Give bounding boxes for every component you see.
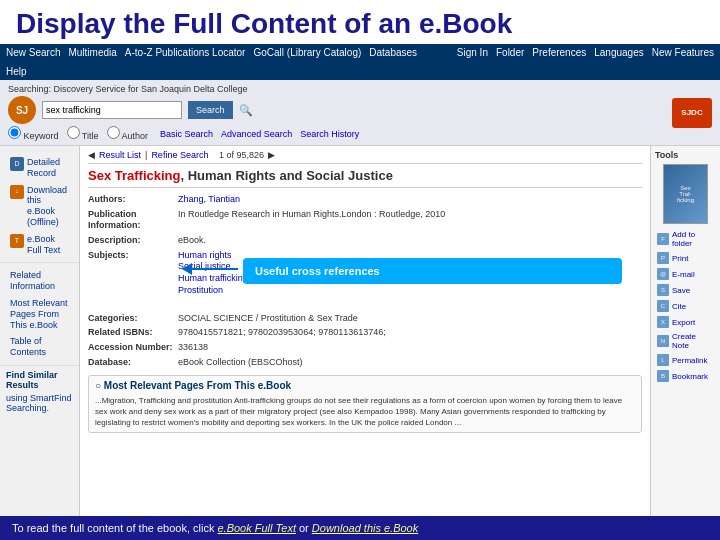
nav-atoz[interactable]: A-to-Z Publications Locator <box>125 47 246 58</box>
field-accession: Accession Number: 336138 <box>88 342 642 354</box>
nav-databases[interactable]: Databases <box>369 47 417 58</box>
tool-print[interactable]: P Print <box>655 250 716 266</box>
sidebar-item-download[interactable]: ↓ Download this e.Book (Offline) <box>6 182 73 231</box>
related-value: 9780415571821; 9780203953064; 9780113613… <box>178 327 642 339</box>
tool-email[interactable]: @ E-mail <box>655 266 716 282</box>
keyword-option[interactable]: Keyword <box>8 126 59 141</box>
description-label: Description: <box>88 235 178 247</box>
tool-add-folder[interactable]: F Add to folder <box>655 228 716 250</box>
nav-preferences[interactable]: Preferences <box>532 47 586 58</box>
find-title: Find Similar Results <box>6 370 73 390</box>
nav-multimedia[interactable]: Multimedia <box>68 47 116 58</box>
download-icon: ↓ <box>10 185 24 199</box>
field-subjects: Subjects: Human rights Social justice Hu… <box>88 250 642 310</box>
nav-bar: New Search Multimedia A-to-Z Publication… <box>0 44 720 80</box>
page-title: Display the Full Content of an e.Book <box>0 0 720 44</box>
result-list-link[interactable]: Result List <box>99 150 141 160</box>
publication-label: PublicationInformation: <box>88 209 178 232</box>
bookmark-icon: B <box>657 370 669 382</box>
database-value: eBook Collection (EBSCOhost) <box>178 357 642 369</box>
field-publication: PublicationInformation: In Routledge Res… <box>88 209 642 232</box>
search-input[interactable] <box>42 101 182 119</box>
field-authors: Authors: Zhang, Tiantian <box>88 194 642 206</box>
related-label: Related ISBNs: <box>88 327 178 339</box>
find-text: using SmartFind Searching. <box>6 393 73 413</box>
nav-help[interactable]: Help <box>6 66 27 77</box>
author-option[interactable]: Author <box>107 126 149 141</box>
main-record: ◀ Result List | Refine Search 1 of 95,82… <box>80 146 650 528</box>
breadcrumb-sep1: | <box>145 150 147 160</box>
search-button[interactable]: Search <box>188 101 233 119</box>
bottom-middle: or <box>296 522 312 534</box>
authors-value[interactable]: Zhang, Tiantian <box>178 194 240 206</box>
categories-value: SOCIAL SCIENCE / Prostitution & Sex Trad… <box>178 313 642 325</box>
description-value: eBook. <box>178 235 642 247</box>
right-tools: Tools SexTraf-ficking F Add to folder P … <box>650 146 720 528</box>
annotation-box: Useful cross references <box>243 258 622 284</box>
sidebar-item-relevant[interactable]: Most Relevant Pages From This e.Book <box>6 295 73 333</box>
relevant-title[interactable]: ○ Most Relevant Pages From This e.Book <box>95 380 635 391</box>
relevant-text: ...Migration, Trafficking and prostituti… <box>95 395 635 429</box>
cite-icon: C <box>657 300 669 312</box>
print-icon: P <box>657 252 669 264</box>
title-bold: Sex Trafficking <box>88 168 180 183</box>
tools-title: Tools <box>655 150 716 160</box>
library-logo: SJ <box>8 96 36 124</box>
breadcrumb-sep2 <box>212 150 215 160</box>
annotation-arrow <box>183 268 238 270</box>
search-icon: 🔍 <box>239 104 253 117</box>
tool-bookmark[interactable]: B Bookmark <box>655 368 716 384</box>
nav-languages[interactable]: Languages <box>594 47 644 58</box>
tool-save[interactable]: S Save <box>655 282 716 298</box>
save-icon: S <box>657 284 669 296</box>
left-sidebar: D Detailed Record ↓ Download this e.Book… <box>0 146 80 528</box>
nav-folder[interactable]: Folder <box>496 47 524 58</box>
sidebar-item-detailed[interactable]: D Detailed Record <box>6 154 73 182</box>
relevant-pages: ○ Most Relevant Pages From This e.Book .… <box>88 375 642 434</box>
tool-permalink[interactable]: L Permalink <box>655 352 716 368</box>
bottom-text: To read the full content of the ebook, c… <box>12 522 217 534</box>
email-icon: @ <box>657 268 669 280</box>
nav-new-features[interactable]: New Features <box>652 47 714 58</box>
basic-search-link[interactable]: Basic Search <box>160 129 213 139</box>
search-bar: Searching: Discovery Service for San Joa… <box>0 80 720 146</box>
advanced-search-link[interactable]: Advanced Search <box>221 129 292 139</box>
sidebar-item-related[interactable]: Related Information <box>6 267 73 295</box>
tool-export[interactable]: X Export <box>655 314 716 330</box>
nav-gocall[interactable]: GoCall (Library Catalog) <box>253 47 361 58</box>
title-option[interactable]: Title <box>67 126 99 141</box>
bottom-bar: To read the full content of the ebook, c… <box>0 516 720 540</box>
export-icon: X <box>657 316 669 328</box>
categories-label: Categories: <box>88 313 178 325</box>
title-rest: , Human Rights and Social Justice <box>180 168 392 183</box>
search-label: Searching: Discovery Service for San Joa… <box>8 84 248 94</box>
bottom-link2[interactable]: Download this e.Book <box>312 522 418 534</box>
note-icon: N <box>657 335 669 347</box>
accession-value: 336138 <box>178 342 642 354</box>
nav-arrow-right[interactable]: ▶ <box>268 150 275 160</box>
subject-prostitution[interactable]: Prostitution <box>178 285 642 297</box>
tool-cite[interactable]: C Cite <box>655 298 716 314</box>
subjects-label: Subjects: <box>88 250 178 310</box>
result-count: 1 of 95,826 <box>219 150 264 160</box>
field-database: Database: eBook Collection (EBSCOhost) <box>88 357 642 369</box>
field-description: Description: eBook. <box>88 235 642 247</box>
fulltext-icon: T <box>10 234 24 248</box>
detailed-icon: D <box>10 157 24 171</box>
search-history-link[interactable]: Search History <box>300 129 359 139</box>
field-categories: Categories: SOCIAL SCIENCE / Prostitutio… <box>88 313 642 325</box>
folder-icon: F <box>657 233 669 245</box>
sidebar-item-fulltext[interactable]: T e.Book Full Text <box>6 231 73 259</box>
tool-create-note[interactable]: N Create Note <box>655 330 716 352</box>
book-cover: SexTraf-ficking <box>663 164 708 224</box>
nav-new-search[interactable]: New Search <box>6 47 60 58</box>
accession-label: Accession Number: <box>88 342 178 354</box>
refine-search-link[interactable]: Refine Search <box>151 150 208 160</box>
record-title: Sex Trafficking, Human Rights and Social… <box>88 168 642 188</box>
bottom-link1[interactable]: e.Book Full Text <box>217 522 295 534</box>
nav-arrow-left[interactable]: ◀ <box>88 150 95 160</box>
nav-signin[interactable]: Sign In <box>457 47 488 58</box>
permalink-icon: L <box>657 354 669 366</box>
content-area: D Detailed Record ↓ Download this e.Book… <box>0 146 720 528</box>
sidebar-item-toc[interactable]: Table of Contents <box>6 333 73 361</box>
